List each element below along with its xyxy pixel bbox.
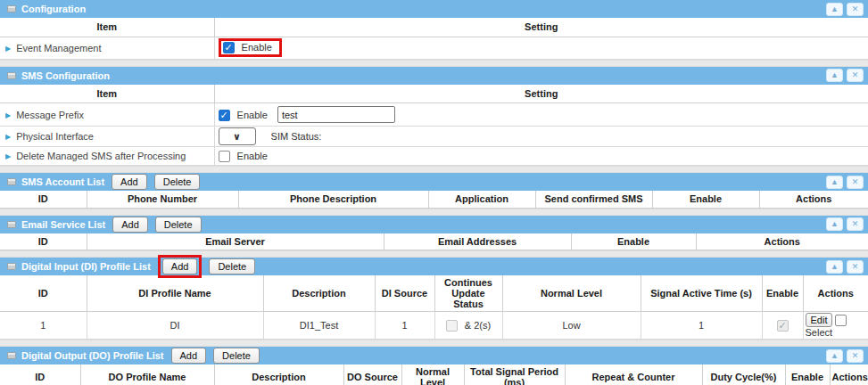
enable-label: Enable <box>237 110 268 120</box>
do-profile-delete-button[interactable]: Delete <box>213 348 260 364</box>
window-icon <box>7 5 16 12</box>
close-icon[interactable]: ✕ <box>847 69 864 82</box>
event-management-enable-checkbox[interactable] <box>223 42 235 53</box>
di-profile-table: ID DI Profile Name Description DI Source… <box>0 275 868 340</box>
column-header: Send confirmed SMS <box>535 191 652 208</box>
di-profile-add-button[interactable]: Add <box>162 258 198 274</box>
di-signal-active-time-cell: 1 <box>641 312 762 340</box>
column-header: Actions <box>759 191 868 208</box>
column-header: Email Server <box>87 233 384 250</box>
column-header: Actions <box>830 365 868 385</box>
di-continues-update-cell: & 2(s) <box>434 312 502 340</box>
column-header: Email Addresses <box>384 233 571 250</box>
sim-status-label: SIM Status: <box>271 131 322 142</box>
row-physical-interface: ▶Physical Interface ∨ SIM Status: <box>0 127 868 147</box>
panel-title: Digital Output (DO) Profile List <box>21 350 164 361</box>
panel-do-profile-list-header: Digital Output (DO) Profile List Add Del… <box>0 347 868 365</box>
email-service-delete-button[interactable]: Delete <box>155 217 202 233</box>
chevron-down-icon: ∨ <box>233 131 241 143</box>
sms-account-table: ID Phone Number Phone Description Applic… <box>0 191 868 209</box>
item-label: Delete Managed SMS after Processing <box>16 151 186 161</box>
select-label: Select <box>806 327 833 338</box>
column-header: ID <box>0 191 87 208</box>
highlight-box-di-add: Add <box>158 255 203 278</box>
message-prefix-enable-checkbox[interactable] <box>219 110 230 121</box>
column-header: ID <box>0 275 87 312</box>
window-icon <box>7 352 16 359</box>
sms-account-delete-button[interactable]: Delete <box>154 174 201 190</box>
item-bullet-icon: ▶ <box>5 111 11 119</box>
column-header: Enable <box>652 191 759 208</box>
close-icon[interactable]: ✕ <box>847 176 864 189</box>
item-bullet-icon: ▶ <box>5 133 11 141</box>
column-header: DO Source <box>343 365 401 385</box>
collapse-icon[interactable]: ▲ <box>826 3 843 16</box>
di-profile-delete-button[interactable]: Delete <box>209 258 255 274</box>
column-header: DI Profile Name <box>87 275 263 312</box>
column-header: Enable <box>571 233 696 250</box>
di-normal-level-cell: Low <box>502 312 641 340</box>
panel-title: Configuration <box>21 4 86 14</box>
close-icon[interactable]: ✕ <box>847 260 864 274</box>
physical-interface-select[interactable]: ∨ <box>219 127 256 145</box>
di-enable-checkbox <box>777 320 789 332</box>
event-handling-page: Configuration ▲ ✕ Item Setting ▶Event Ma… <box>0 0 868 385</box>
item-label: Physical Interface <box>16 131 94 142</box>
column-header: Actions <box>696 233 868 250</box>
panel-sms-account-list: SMS Account List Add Delete ▲ ✕ ID Phone… <box>0 173 868 209</box>
panel-sms-configuration: SMS Configuration ▲ ✕ Item Setting ▶Mess… <box>0 67 868 167</box>
column-header-setting: Setting <box>214 85 868 103</box>
collapse-icon[interactable]: ▲ <box>826 176 843 189</box>
column-header: Application <box>428 191 535 208</box>
section-divider <box>0 209 868 216</box>
highlight-box-event-enable: Enable <box>219 38 282 57</box>
column-header: Repeat & Counter <box>565 365 702 385</box>
column-header: Enable <box>762 275 803 312</box>
item-label: Event Management <box>16 43 101 53</box>
di-id-cell: 1 <box>0 312 87 340</box>
column-header: Total Signal Period (ms) <box>464 365 565 385</box>
panel-email-service-list: Email Service List Add Delete ▲ ✕ ID Ema… <box>0 216 868 251</box>
delete-managed-sms-enable-checkbox[interactable] <box>219 151 230 162</box>
panel-title: SMS Account List <box>21 176 104 187</box>
di-description-cell: DI1_Test <box>263 312 375 340</box>
column-header-item: Item <box>0 85 214 103</box>
di-edit-button[interactable]: Edit <box>806 313 833 327</box>
collapse-icon[interactable]: ▲ <box>826 69 843 82</box>
di-select-checkbox[interactable] <box>835 315 847 326</box>
panel-email-service-list-header: Email Service List Add Delete ▲ ✕ <box>0 216 868 233</box>
message-prefix-input[interactable] <box>277 106 395 123</box>
sms-configuration-table: Item Setting ▶Message Prefix Enable ▶Phy… <box>0 85 868 167</box>
column-header: Phone Number <box>87 191 238 208</box>
configuration-table: Item Setting ▶Event Management Enable <box>0 18 868 60</box>
column-header: Description <box>214 365 343 385</box>
column-header: ID <box>0 233 87 250</box>
column-header: Description <box>263 275 375 312</box>
close-icon[interactable]: ✕ <box>847 349 864 363</box>
close-icon[interactable]: ✕ <box>847 3 864 16</box>
panel-sms-account-list-header: SMS Account List Add Delete ▲ ✕ <box>0 173 868 191</box>
collapse-icon[interactable]: ▲ <box>826 217 843 231</box>
sms-account-add-button[interactable]: Add <box>112 174 147 190</box>
enable-label: Enable <box>242 42 272 53</box>
panel-sms-configuration-header: SMS Configuration ▲ ✕ <box>0 67 868 85</box>
column-header-setting: Setting <box>214 18 868 37</box>
di-name-cell: DI <box>87 312 263 340</box>
column-header: Continues Update Status <box>434 275 502 312</box>
row-delete-managed-sms: ▶Delete Managed SMS after Processing Ena… <box>0 147 868 166</box>
section-divider <box>0 166 868 173</box>
close-icon[interactable]: ✕ <box>847 217 864 231</box>
row-message-prefix: ▶Message Prefix Enable <box>0 103 868 127</box>
column-header: Normal Level <box>401 365 464 385</box>
email-service-add-button[interactable]: Add <box>112 217 148 233</box>
do-profile-add-button[interactable]: Add <box>171 348 207 364</box>
collapse-icon[interactable]: ▲ <box>826 260 843 274</box>
panel-configuration-header: Configuration ▲ ✕ <box>0 0 868 18</box>
panel-di-profile-list-header: Digital Input (DI) Profile List Add Dele… <box>0 258 868 275</box>
collapse-icon[interactable]: ▲ <box>826 349 843 363</box>
section-divider <box>0 250 868 258</box>
column-header: Phone Description <box>238 191 428 208</box>
do-profile-table: ID DO Profile Name Description DO Source… <box>0 365 868 385</box>
item-bullet-icon: ▶ <box>5 152 11 160</box>
di-actions-cell: Edit Select <box>803 312 868 340</box>
